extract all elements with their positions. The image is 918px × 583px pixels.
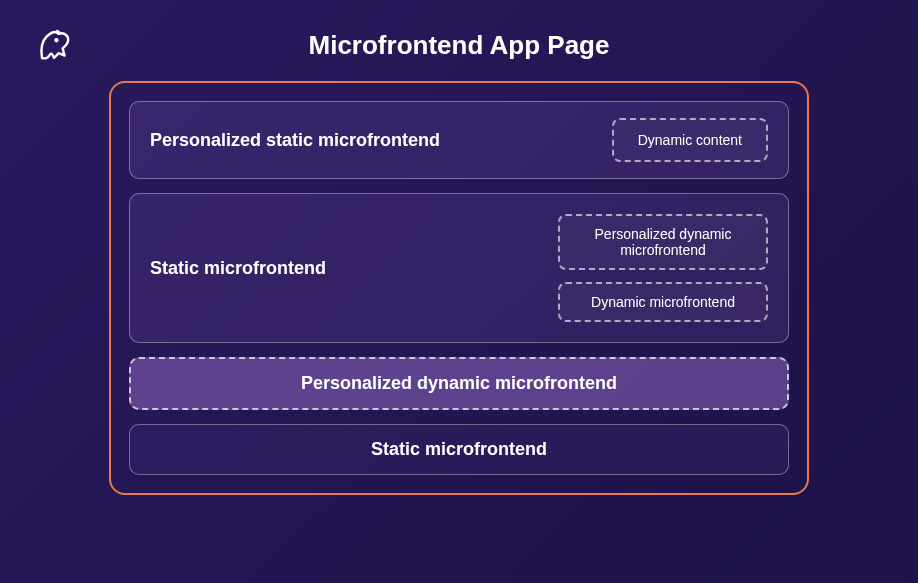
row-personalized-dynamic: Personalized dynamic microfrontend [129, 357, 789, 410]
page-title: Microfrontend App Page [0, 30, 918, 61]
logo-icon [30, 22, 78, 70]
personalized-dynamic-box: Personalized dynamic microfrontend [558, 214, 768, 270]
svg-point-0 [55, 39, 57, 41]
dynamic-content-box: Dynamic content [612, 118, 768, 162]
dynamic-microfrontend-box: Dynamic microfrontend [558, 282, 768, 322]
row-label: Static microfrontend [150, 258, 326, 279]
row-static-bottom: Static microfrontend [129, 424, 789, 475]
sub-box-stack: Personalized dynamic microfrontend Dynam… [558, 214, 768, 322]
sub-label: Personalized dynamic microfrontend [595, 226, 732, 258]
row-static: Static microfrontend Personalized dynami… [129, 193, 789, 343]
sub-label: Dynamic content [638, 132, 742, 148]
row-label: Personalized static microfrontend [150, 130, 440, 151]
diagram-container: Personalized static microfrontend Dynami… [109, 81, 809, 495]
sub-label: Dynamic microfrontend [591, 294, 735, 310]
row-label: Personalized dynamic microfrontend [301, 373, 617, 394]
row-personalized-static: Personalized static microfrontend Dynami… [129, 101, 789, 179]
row-label: Static microfrontend [371, 439, 547, 460]
